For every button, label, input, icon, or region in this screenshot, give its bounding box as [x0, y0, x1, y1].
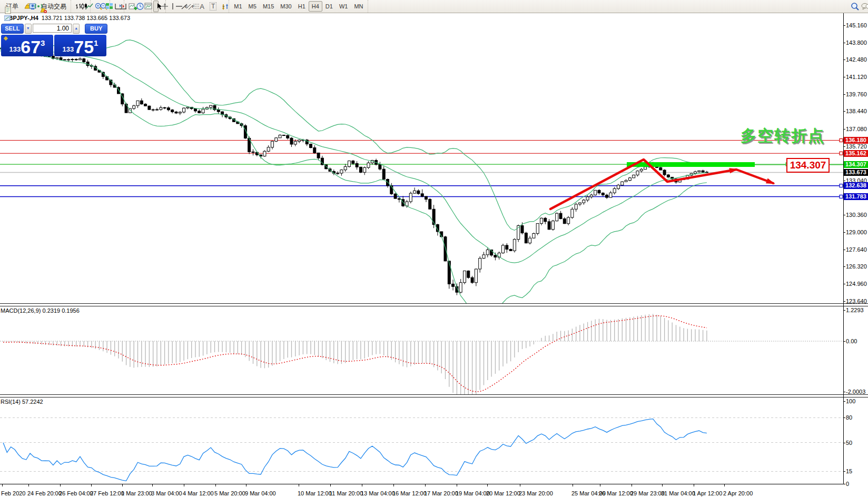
volume-input[interactable]	[33, 24, 72, 33]
sell-price-panel[interactable]: 133 67 3	[1, 35, 53, 56]
price-axis-label: 135.720	[846, 143, 867, 150]
timeframe-button-h1[interactable]: H1	[295, 1, 309, 12]
rsi-panel[interactable]	[0, 396, 843, 484]
rsi-axis-label: 15	[846, 468, 852, 474]
price-axis-label: 126.320	[846, 263, 867, 270]
time-axis-label: 29 Mar 23:00	[630, 490, 665, 496]
time-axis-tick	[573, 484, 573, 486]
macd-axis-label: 0.00	[846, 338, 857, 344]
time-axis-tick	[60, 484, 61, 486]
price-axis-tick	[843, 232, 845, 233]
time-axis-tick	[28, 484, 29, 486]
time-axis-label: Feb 2020	[1, 490, 25, 496]
macd-panel[interactable]	[0, 305, 843, 394]
main-chart[interactable]	[0, 13, 843, 303]
time-axis-label: 16 Mar 12:00	[392, 490, 427, 496]
timeframe-button-m1[interactable]: M1	[231, 1, 245, 12]
text-label-tool[interactable]: T	[207, 1, 219, 12]
time-axis-label: 10 Mar 12:00	[298, 490, 332, 496]
price-axis-label: 130.360	[846, 212, 867, 218]
time-axis-tick	[184, 484, 184, 486]
macd-axis-label: -2.0003	[846, 389, 865, 395]
time-axis-label: 4 Mar 12:00	[183, 490, 214, 496]
cursor-tool-button[interactable]	[153, 1, 159, 12]
price-axis-label: 127.640	[846, 246, 867, 253]
buy-price-prefix: 133	[63, 45, 74, 53]
price-axis-tick	[843, 59, 845, 60]
price-axis-label: 124.960	[846, 281, 867, 287]
time-axis-label: 20 Mar 12:00	[486, 490, 520, 496]
time-axis-label: 26 Feb 04:00	[59, 490, 93, 496]
macd-label: MACD(12,26,9) 0.2319 0.1956	[1, 307, 80, 314]
sell-button[interactable]: SELL	[1, 24, 24, 34]
new-order-button[interactable]: 订单	[2, 1, 21, 12]
timeframe-button-m5[interactable]: M5	[245, 1, 260, 12]
time-axis-tick	[487, 484, 488, 486]
macd-axis-tick	[843, 392, 845, 392]
timeframe-button-m30[interactable]: M30	[277, 1, 294, 12]
rsi-axis-tick	[843, 443, 845, 443]
time-axis-label: 1 Mar 23:00	[121, 490, 152, 496]
time-axis-label: 13 Mar 04:00	[361, 490, 395, 496]
price-tag: 135.162	[844, 150, 868, 157]
buy-button[interactable]: BUY	[85, 24, 107, 34]
price-axis-label: 138.440	[846, 108, 867, 114]
time-axis-tick	[122, 484, 123, 486]
sell-price-prefix: 133	[9, 45, 21, 53]
search-symbol-button[interactable]	[848, 1, 853, 12]
arrows-tool[interactable]: ▾	[219, 1, 227, 12]
time-axis-tick	[330, 484, 331, 486]
time-axis-tick	[662, 484, 663, 486]
rsi-axis-tick	[843, 418, 845, 418]
volume-decrease-button[interactable]: ▼	[25, 24, 32, 34]
price-axis-tick	[843, 284, 845, 284]
rsi-axis-tick	[843, 471, 845, 472]
time-axis-tick	[724, 484, 725, 486]
price-axis-label: 123.640	[846, 298, 867, 304]
time-axis-label: 17 Mar 20:00	[424, 490, 458, 496]
price-axis-tick	[843, 181, 845, 181]
one-click-trading-panel: SELL ▼ ▲ BUY 133 67 3 133 75 1	[1, 24, 107, 57]
price-tag: 133.673	[844, 169, 868, 176]
time-axis-label: 2 Apr 20:00	[723, 490, 753, 496]
timeframe-button-m15[interactable]: M15	[260, 1, 277, 12]
price-axis-label: 137.080	[846, 126, 867, 132]
time-axis-line	[0, 484, 843, 484]
rsi-axis-label: 0	[846, 481, 849, 487]
volume-increase-button[interactable]: ▲	[73, 24, 80, 34]
rsi-axis-label: 80	[846, 414, 852, 421]
rsi-label: RSI(14) 57.2242	[1, 399, 43, 405]
macd-axis-tick	[843, 310, 845, 311]
sell-price-main: 67	[21, 39, 41, 55]
time-axis-label: 27 Feb 12:00	[90, 490, 124, 496]
timeframe-button-mn[interactable]: MN	[351, 1, 366, 12]
time-axis-tick	[2, 484, 3, 486]
price-axis-tick	[843, 215, 845, 215]
bar-chart-button[interactable]	[73, 1, 78, 12]
price-tag: 131.783	[844, 193, 868, 200]
buy-price-pip: 1	[94, 38, 98, 47]
price-tag: 132.638	[844, 182, 868, 189]
label-tool-glyph: T	[210, 2, 216, 11]
buy-price-panel[interactable]: 133 75 1	[54, 35, 106, 56]
timeframe-button-h4[interactable]: H4	[309, 1, 322, 12]
time-axis-label: 11 Mar 20:00	[329, 490, 363, 496]
time-axis-label: 23 Mar 20:00	[519, 490, 553, 496]
timeframe-button-d1[interactable]: D1	[322, 1, 336, 12]
market-button[interactable]	[21, 1, 26, 12]
buy-price-main: 75	[74, 39, 94, 55]
time-axis-label: 9 Mar 04:00	[245, 490, 276, 496]
time-axis-tick	[246, 484, 246, 486]
price-axis-tick	[843, 94, 845, 95]
time-axis-label: 1 Apr 12:00	[693, 490, 722, 496]
macd-axis-label: 1.2293	[846, 307, 864, 313]
price-axis-tick	[843, 43, 845, 43]
time-axis-label: 24 Feb 20:00	[27, 490, 62, 496]
time-axis-label: 3 Mar 04:00	[151, 490, 182, 496]
timeframe-button-w1[interactable]: W1	[336, 1, 351, 12]
turning-point-annotation: 多空转折点	[741, 125, 825, 147]
price-axis-tick	[843, 25, 845, 26]
sell-price-pip: 3	[41, 38, 45, 47]
mt4-window: 订单 自动交易 ▾ ▾ ▾	[0, 0, 868, 497]
time-axis-tick	[215, 484, 216, 486]
